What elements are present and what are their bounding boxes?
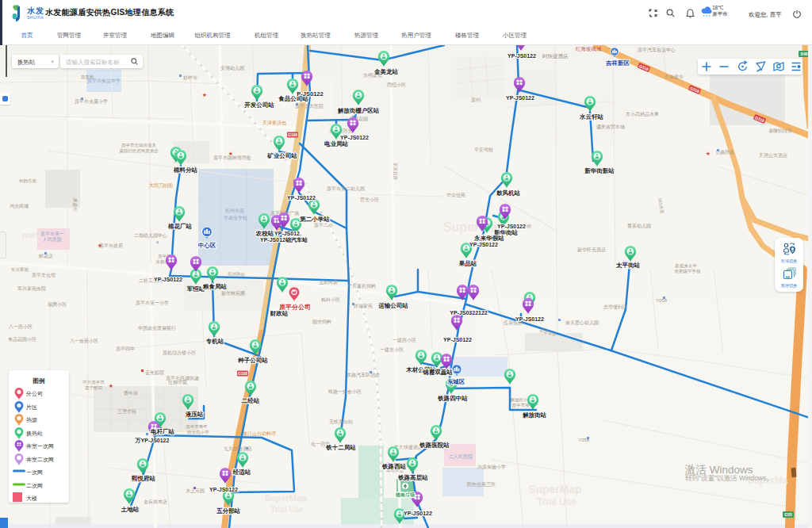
svg-text:阳光佳苑三区: 阳光佳苑三区 <box>467 481 496 488</box>
svg-text:中共原平市: 中共原平市 <box>82 380 105 385</box>
svg-text:街初级中学校: 街初级中学校 <box>674 269 702 274</box>
svg-text:大小武精品水果: 大小武精品水果 <box>626 111 659 117</box>
svg-text:YP-JS0122: YP-JS0122 <box>497 224 526 229</box>
svg-text:YP-JS0122: YP-JS0122 <box>515 316 544 322</box>
svg-text:太平街站: 太平街站 <box>615 262 641 269</box>
svg-text:久街超市: 久街超市 <box>665 74 684 80</box>
svg-text:原平二小: 原平二小 <box>314 222 334 228</box>
svg-text:G55: G55 <box>784 512 792 517</box>
svg-text:YP-JS0122: YP-JS0122 <box>469 242 498 247</box>
svg-text:棉料分站: 棉料分站 <box>173 166 198 174</box>
svg-text:盛美农贸市场: 盛美农贸市场 <box>596 124 625 130</box>
svg-text:★: ★ <box>202 92 207 98</box>
svg-text:青年街: 青年街 <box>124 391 139 396</box>
svg-text:平农业学校: 平农业学校 <box>224 215 247 220</box>
svg-text:锦霞双蕊站: 锦霞双蕊站 <box>422 369 453 376</box>
svg-text:厦江山自助料理: 厦江山自助料理 <box>243 430 276 437</box>
svg-text:财政站: 财政站 <box>270 310 289 317</box>
svg-text:栋科小区: 栋科小区 <box>320 297 340 303</box>
svg-text:食品花园小区: 食品花园小区 <box>8 336 36 342</box>
svg-text:原平市第一小学: 原平市第一小学 <box>136 300 169 305</box>
svg-text:二经站: 二经站 <box>242 397 260 404</box>
svg-text:南关爱心幼儿园: 南关爱心幼儿园 <box>565 319 599 326</box>
svg-text:官舍小区: 官舍小区 <box>360 197 379 203</box>
svg-text:解放街棚户区站: 解放街棚户区站 <box>337 107 380 114</box>
svg-text:YP-JS0122: YP-JS0122 <box>508 53 536 59</box>
svg-text:大同刀削面: 大同刀削面 <box>149 182 173 189</box>
svg-text:植南广场: 植南广场 <box>395 492 415 498</box>
svg-text:土地站: 土地站 <box>121 506 140 513</box>
svg-text:原平市第二幼儿园: 原平市第二幼儿园 <box>327 186 365 192</box>
svg-text:老干部局: 老干部局 <box>85 385 103 391</box>
svg-text:★: ★ <box>706 151 710 156</box>
svg-text:电业局站: 电业局站 <box>324 140 349 147</box>
svg-text:金美龙站: 金美龙站 <box>373 68 399 75</box>
svg-text:YP-JS0122: YP-JS0122 <box>209 487 238 492</box>
svg-text:电杆厂站: 电杆厂站 <box>151 428 175 435</box>
svg-text:红海玻璃城: 红海玻璃城 <box>576 46 602 52</box>
svg-text:运输公司站: 运输公司站 <box>377 302 408 309</box>
svg-text:人民医院: 人民医院 <box>42 236 62 243</box>
svg-text:老百姓布店: 老百姓布店 <box>144 499 167 505</box>
svg-text:鸿业商城: 鸿业商城 <box>10 203 29 209</box>
svg-text:兴原实验小学: 兴原实验小学 <box>477 464 506 469</box>
svg-text:原机综合楼小区: 原机综合楼小区 <box>163 350 196 356</box>
svg-text:熙悦府站: 熙悦府站 <box>132 475 156 482</box>
svg-text:G108: G108 <box>238 371 247 376</box>
svg-text:京原北路: 京原北路 <box>393 163 398 181</box>
svg-text:鼓风机站: 鼓风机站 <box>496 189 521 197</box>
svg-text:五彩向蕾: 五彩向蕾 <box>319 279 338 285</box>
svg-text:时快捷酒店: 时快捷酒店 <box>542 53 569 59</box>
svg-text:开发公司站: 开发公司站 <box>243 101 274 109</box>
svg-text:解放街站: 解放街站 <box>522 411 547 419</box>
svg-text:铁路医院站: 铁路医院站 <box>419 442 450 449</box>
svg-text:永来华假站: 永来华假站 <box>473 235 504 242</box>
svg-text:矿业公司站: 矿业公司站 <box>266 152 297 159</box>
svg-text:八一南苑小区: 八一南苑小区 <box>70 338 98 344</box>
svg-text:YP-JS012础汽车站: YP-JS012础汽车站 <box>260 236 308 243</box>
svg-text:YP-JS0122: YP-JS0122 <box>287 195 316 201</box>
svg-text:中国农业发展银行: 中国农业发展银行 <box>138 325 176 331</box>
svg-text:YP-JS0122: YP-JS0122 <box>154 277 182 282</box>
svg-text:康园社区居民委员会: 康园社区居民委员会 <box>119 148 159 154</box>
svg-text:水上乐园: 水上乐园 <box>186 488 205 494</box>
svg-text:磨盘街: 磨盘街 <box>72 198 78 212</box>
svg-text:新愿乡太平: 新愿乡太平 <box>675 263 697 269</box>
svg-text:Trial Use: Trial Use <box>270 505 304 514</box>
svg-text:果品站: 果品站 <box>458 260 477 267</box>
svg-text:无铁原仙站: 无铁原仙站 <box>329 419 353 425</box>
svg-text:二期幼儿园中心: 二期幼儿园中心 <box>134 233 167 239</box>
svg-text:军兴家苑: 军兴家苑 <box>11 267 29 273</box>
svg-text:原平市青年: 原平市青年 <box>186 424 208 429</box>
svg-text:SuperMap: SuperMap <box>528 483 582 495</box>
svg-text:广兴薯药饲料: 广兴薯药饲料 <box>347 283 376 289</box>
svg-text:铁十二局站: 铁十二局站 <box>325 444 356 451</box>
svg-text:铁路四中站: 铁路四中站 <box>437 395 468 402</box>
svg-text:蓝光影院: 蓝光影院 <box>145 369 164 376</box>
svg-text:YP-JS012.: YP-JS012. <box>274 231 301 236</box>
svg-text:棉花厂站: 棉花厂站 <box>167 223 193 230</box>
svg-text:Y058: Y058 <box>656 298 668 303</box>
svg-text:妙样寺: 妙样寺 <box>183 75 197 80</box>
svg-text:三里华苑: 三里华苑 <box>117 409 136 415</box>
svg-text:东城区: 东城区 <box>447 378 465 385</box>
svg-text:液压站: 液压站 <box>186 411 204 418</box>
svg-text:原平文化馆: 原平文化馆 <box>32 272 56 278</box>
svg-text:忻州市原: 忻州市原 <box>224 208 244 213</box>
svg-text:新华街新站: 新华街新站 <box>584 167 615 174</box>
svg-text:新华林苑圃: 新华林苑圃 <box>221 290 245 297</box>
svg-text:祥瑞家苑: 祥瑞家苑 <box>354 303 373 309</box>
svg-text:铁路高层站: 铁路高层站 <box>397 474 428 481</box>
svg-text:天涯山大酒店: 天涯山大酒店 <box>759 152 787 159</box>
svg-text:粮食局站: 粮食局站 <box>202 283 228 290</box>
svg-text:泰隆招待所: 泰隆招待所 <box>768 128 792 134</box>
svg-text:二人民医院: 二人民医院 <box>449 453 473 460</box>
svg-text:原平市永康小学: 原平市永康小学 <box>75 98 108 105</box>
svg-text:原平市政府: 原平市政府 <box>99 243 123 248</box>
svg-text:✈: ✈ <box>155 240 159 245</box>
svg-text:天津童汤包: 天津童汤包 <box>262 120 286 126</box>
svg-text:农校站: 农校站 <box>255 230 274 237</box>
svg-text:经适站: 经适站 <box>232 469 251 476</box>
svg-text:园华饲料: 园华饲料 <box>312 319 331 325</box>
svg-text:原平汽车首运中心: 原平汽车首运中心 <box>638 47 676 53</box>
